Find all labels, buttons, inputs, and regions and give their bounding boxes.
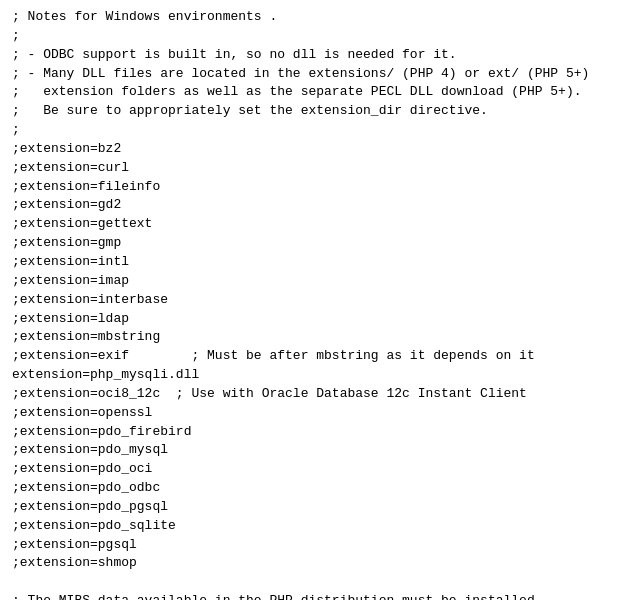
- code-line: ; extension folders as well as the separ…: [12, 84, 582, 99]
- code-line: ;extension=exif ; Must be after mbstring…: [12, 348, 535, 363]
- code-line: ;extension=gettext: [12, 216, 152, 231]
- code-line: ; - ODBC support is built in, so no dll …: [12, 47, 457, 62]
- code-line: ;extension=interbase: [12, 292, 168, 307]
- code-line: ;extension=intl: [12, 254, 129, 269]
- code-line: ;extension=gmp: [12, 235, 121, 250]
- code-line: ;: [12, 28, 20, 43]
- code-line: ;extension=ldap: [12, 311, 129, 326]
- code-line: ;extension=pdo_odbc: [12, 480, 160, 495]
- code-line: ; - Many DLL files are located in the ex…: [12, 66, 589, 81]
- code-line: ;extension=openssl: [12, 405, 152, 420]
- code-line: ; Notes for Windows environments .: [12, 9, 277, 24]
- code-line: ; The MIBS data available in the PHP dis…: [12, 593, 543, 600]
- code-line: ;extension=pdo_sqlite: [12, 518, 176, 533]
- code-line: ;extension=curl: [12, 160, 129, 175]
- code-line: ;extension=pdo_mysql: [12, 442, 168, 457]
- code-line: ;extension=shmop: [12, 555, 137, 570]
- code-line: ;: [12, 122, 20, 137]
- code-line: ;extension=oci8_12c ; Use with Oracle Da…: [12, 386, 527, 401]
- code-line: ;extension=gd2: [12, 197, 121, 212]
- code-line: ;extension=pdo_oci: [12, 461, 152, 476]
- code-line: ;extension=fileinfo: [12, 179, 160, 194]
- code-line: ;extension=pgsql: [12, 537, 137, 552]
- code-line: ;extension=pdo_pgsql: [12, 499, 168, 514]
- code-line: ;extension=pdo_firebird: [12, 424, 191, 439]
- code-line: ; Be sure to appropriately set the exten…: [12, 103, 488, 118]
- code-line: ;extension=bz2: [12, 141, 121, 156]
- code-line: ;extension=mbstring: [12, 329, 160, 344]
- code-line: ;extension=imap: [12, 273, 129, 288]
- code-content: ; Notes for Windows environments . ; ; -…: [12, 8, 616, 600]
- code-line: extension=php_mysqli.dll: [12, 367, 199, 382]
